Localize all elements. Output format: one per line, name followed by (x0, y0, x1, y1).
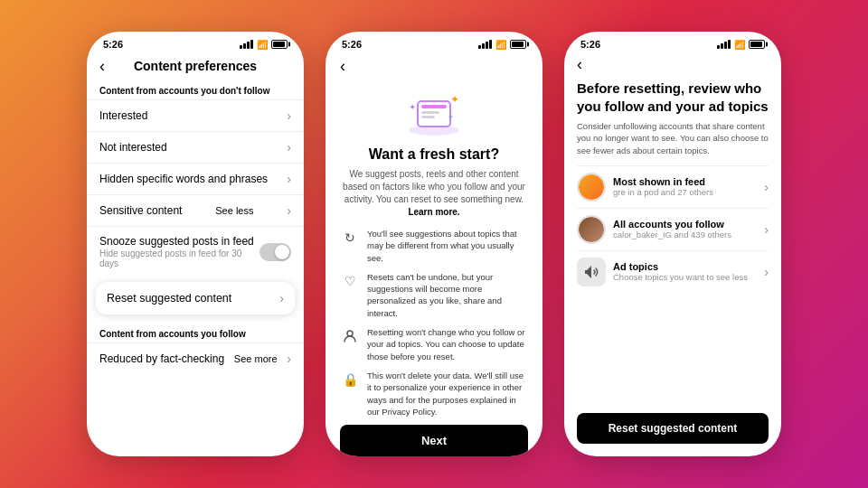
reset-suggested-row[interactable]: Reset suggested content › (96, 282, 295, 314)
svg-rect-3 (421, 111, 439, 114)
refresh-icon: ↻ (340, 228, 360, 248)
chevron-icon: › (279, 291, 284, 305)
row-not-interested[interactable]: Not interested › (87, 131, 304, 163)
person-icon (340, 326, 360, 346)
chevron-icon: › (764, 222, 769, 237)
chevron-icon: › (287, 203, 291, 218)
battery-icon (510, 40, 526, 49)
all-accounts-info: All accounts you follow calor_baker_IG a… (613, 219, 757, 239)
time-2: 5:26 (342, 39, 362, 50)
phone-1: 5:26 📶 ‹ Content preferences Content fro… (87, 32, 304, 456)
p3-main-title: Before resetting, review who you follow … (577, 80, 769, 115)
phone-2: 5:26 📶 ‹ ✦ ✦ ✦ Want a (326, 32, 542, 456)
heart-icon: ♡ (340, 271, 360, 291)
svg-text:✦: ✦ (409, 102, 416, 112)
svg-point-8 (347, 331, 353, 336)
avatar-most-shown (577, 173, 606, 202)
avatar-all-accounts (577, 215, 606, 244)
row-sensitive[interactable]: Sensitive content See less › (87, 194, 304, 226)
page-title-1: Content preferences (134, 59, 257, 73)
wifi-icon: 📶 (495, 40, 506, 50)
ad-topics-icon (577, 258, 606, 286)
status-icons-2: 📶 (478, 40, 526, 50)
chevron-icon: › (287, 172, 291, 186)
most-shown-title: Most shown in feed (613, 176, 757, 187)
all-accounts-sub: calor_baker_IG and 439 others (613, 230, 757, 239)
row-most-shown[interactable]: Most shown in feed gre in a pod and 27 o… (577, 165, 769, 208)
p3-description: Consider unfollowing accounts that share… (577, 120, 769, 156)
bullet-4: 🔒 This won't delete your data. We'll sti… (340, 370, 528, 418)
wifi-icon: 📶 (734, 40, 745, 50)
ad-topics-title: Ad topics (613, 261, 757, 272)
phone1-header: ‹ Content preferences (87, 53, 304, 80)
row-reduced[interactable]: Reduced by fact-checking See more › (87, 343, 304, 374)
section2-title: Content from accounts you follow (87, 324, 304, 343)
svg-text:✦: ✦ (448, 113, 454, 121)
bullet-text-3: Resetting won't change who you follow or… (367, 326, 528, 362)
chevron-icon: › (287, 352, 291, 366)
status-bar-3: 5:26 📶 (564, 32, 781, 53)
chevron-icon: › (764, 265, 769, 279)
ad-topics-info: Ad topics Choose topics you want to see … (613, 261, 757, 282)
bullet-text-2: Resets can't be undone, but your suggest… (367, 271, 528, 319)
chevron-icon: › (764, 180, 769, 194)
signal-icon (240, 40, 253, 49)
bullet-1: ↻ You'll see suggestions about topics th… (340, 228, 528, 264)
snooze-toggle[interactable] (259, 243, 291, 261)
ad-topics-sub: Choose topics you want to see less (613, 272, 757, 282)
lock-icon: 🔒 (340, 370, 360, 389)
row-interested[interactable]: Interested › (87, 99, 304, 131)
signal-icon (478, 40, 492, 49)
next-button[interactable]: Next (340, 425, 528, 456)
status-bar-1: 5:26 📶 (87, 32, 304, 53)
most-shown-sub: gre in a pod and 27 others (613, 187, 757, 197)
signal-icon (717, 40, 731, 49)
wifi-icon: 📶 (257, 40, 268, 50)
bullet-text-4: This won't delete your data. We'll still… (367, 370, 528, 418)
phone1-content: ‹ Content preferences Content from accou… (87, 53, 304, 456)
phone2-body: ‹ ✦ ✦ ✦ Want a fresh start? We suggest p… (326, 53, 542, 456)
battery-icon (749, 40, 765, 49)
learn-more-link[interactable]: Learn more. (408, 207, 459, 217)
row-ad-topics[interactable]: Ad topics Choose topics you want to see … (577, 250, 769, 293)
time-1: 5:26 (103, 39, 123, 50)
row-hidden[interactable]: Hidden specific words and phrases › (87, 163, 304, 194)
status-icons-1: 📶 (240, 40, 288, 50)
reset-button[interactable]: Reset suggested content (577, 413, 769, 444)
back-button-3[interactable]: ‹ (577, 53, 769, 80)
row-snooze[interactable]: Snooze suggested posts in feed Hide sugg… (87, 226, 304, 277)
battery-icon (271, 40, 288, 49)
status-bar-2: 5:26 📶 (326, 32, 542, 53)
see-more-link[interactable]: See more (234, 353, 278, 364)
time-3: 5:26 (580, 39, 600, 50)
back-button-2[interactable]: ‹ (340, 53, 345, 81)
bullet-2: ♡ Resets can't be undone, but your sugge… (340, 271, 528, 319)
back-button-1[interactable]: ‹ (99, 57, 105, 76)
fresh-start-illustration: ✦ ✦ ✦ (398, 85, 470, 139)
bullet-text-1: You'll see suggestions about topics that… (367, 228, 528, 264)
row-all-accounts[interactable]: All accounts you follow calor_baker_IG a… (577, 208, 769, 250)
see-less-link[interactable]: See less (215, 205, 253, 216)
section1-title: Content from accounts you don't follow (87, 80, 304, 99)
p2-main-title: Want a fresh start? (369, 146, 499, 163)
p2-description: We suggest posts, reels and other conten… (340, 168, 528, 219)
phone3-body: ‹ Before resetting, review who you follo… (564, 53, 781, 456)
status-icons-3: 📶 (717, 40, 765, 50)
chevron-icon: › (287, 108, 291, 123)
most-shown-info: Most shown in feed gre in a pod and 27 o… (613, 176, 757, 197)
all-accounts-title: All accounts you follow (613, 219, 757, 230)
reset-suggested-label: Reset suggested content (107, 292, 231, 305)
svg-text:✦: ✦ (450, 93, 459, 106)
svg-rect-2 (421, 105, 447, 108)
chevron-icon: › (287, 140, 291, 155)
phone-3: 5:26 📶 ‹ Before resetting, review who yo… (564, 32, 781, 456)
svg-rect-4 (421, 116, 435, 118)
bullet-3: Resetting won't change who you follow or… (340, 326, 528, 362)
